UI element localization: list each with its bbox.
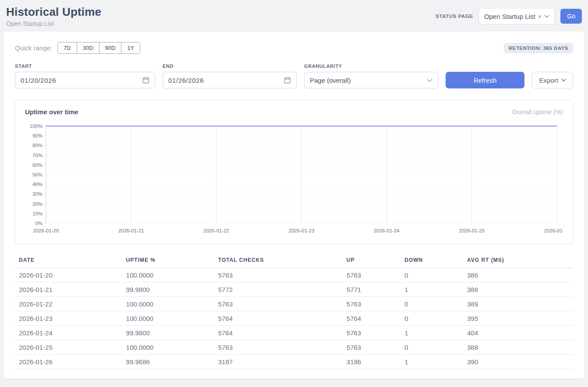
uptime-table: DATE UPTIME % TOTAL CHECKS UP DOWN AVG R… xyxy=(15,254,573,369)
table-cell: 5763 xyxy=(214,297,343,311)
table-cell: 100.0000 xyxy=(122,268,214,282)
go-button[interactable]: Go xyxy=(560,9,582,24)
export-button[interactable]: Export xyxy=(532,72,573,88)
table-row: 2026-01-2199.9800577257711388 xyxy=(15,282,573,297)
table-cell: 0 xyxy=(400,297,463,311)
table-cell: 388 xyxy=(463,282,573,297)
page-title: Historical Uptime xyxy=(6,5,101,19)
quick-range-row: Quick range: 7D 30D 90D 1Y RETENTION: 36… xyxy=(15,42,573,54)
granularity-select[interactable]: Page (overall) xyxy=(304,72,438,88)
table-cell: 100.0000 xyxy=(122,340,214,355)
table-cell: 5763 xyxy=(214,268,343,282)
table-row: 2026-01-23100.0000576457640395 xyxy=(15,311,573,326)
table-cell: 0 xyxy=(400,311,463,326)
retention-badge: RETENTION: 365 DAYS xyxy=(504,43,573,53)
table-cell: 0 xyxy=(400,268,463,282)
col-date: DATE xyxy=(15,254,122,268)
chart-title: Uptime over time xyxy=(25,108,78,116)
table-cell: 386 xyxy=(463,268,573,282)
start-date-value: 01/20/2026 xyxy=(21,77,56,84)
svg-text:2026-01-24: 2026-01-24 xyxy=(374,228,400,233)
table-cell: 5763 xyxy=(343,268,400,282)
svg-text:90%: 90% xyxy=(32,133,43,138)
refresh-button[interactable]: Refresh xyxy=(446,72,524,88)
table-cell: 2026-01-24 xyxy=(15,326,122,340)
table-row: 2026-01-2499.9800576457631404 xyxy=(15,326,573,340)
clear-icon[interactable]: × xyxy=(538,13,542,20)
quick-range-group: Quick range: 7D 30D 90D 1Y xyxy=(15,42,140,54)
calendar-icon[interactable] xyxy=(142,77,149,84)
table-cell: 99.9800 xyxy=(122,326,214,340)
chevron-down-icon xyxy=(427,78,432,82)
svg-text:0%: 0% xyxy=(35,221,43,226)
table-cell: 5763 xyxy=(214,340,343,355)
top-header: Historical Uptime Open Startup List STAT… xyxy=(4,4,584,32)
status-page-label: STATUS PAGE xyxy=(436,14,473,19)
status-page-selected-value: Open Startup List xyxy=(484,13,535,20)
table-row: 2026-01-22100.0000576357630389 xyxy=(15,297,573,311)
uptime-chart-card: Uptime over time Overall uptime (%) 0%10… xyxy=(15,100,573,244)
table-cell: 388 xyxy=(463,340,573,355)
chevron-down-icon xyxy=(561,78,566,82)
table-cell: 0 xyxy=(400,340,463,355)
table-cell: 100.0000 xyxy=(122,311,214,326)
svg-text:60%: 60% xyxy=(32,162,43,168)
table-cell: 2026-01-23 xyxy=(15,311,122,326)
table-cell: 2026-01-22 xyxy=(15,297,122,311)
quick-range-label: Quick range: xyxy=(15,44,52,52)
table-cell: 5763 xyxy=(343,297,400,311)
table-cell: 5764 xyxy=(343,311,400,326)
svg-text:2026-01-25: 2026-01-25 xyxy=(459,228,485,233)
svg-text:2026-01-20: 2026-01-20 xyxy=(33,228,59,233)
table-cell: 1 xyxy=(400,282,463,297)
svg-text:2026-01-22: 2026-01-22 xyxy=(203,228,229,233)
svg-text:2026-01-21: 2026-01-21 xyxy=(118,228,144,233)
start-date-input[interactable]: 01/20/2026 xyxy=(15,72,155,88)
status-page-select[interactable]: Open Startup List × xyxy=(478,8,556,25)
table-cell: 389 xyxy=(463,297,573,311)
table-cell: 395 xyxy=(463,311,573,326)
col-total-checks: TOTAL CHECKS xyxy=(214,254,343,268)
start-label: START xyxy=(15,63,155,69)
table-cell: 2026-01-20 xyxy=(15,268,122,282)
svg-text:2026-01-23: 2026-01-23 xyxy=(289,228,315,233)
svg-text:80%: 80% xyxy=(32,143,43,148)
svg-text:100%: 100% xyxy=(30,123,43,129)
page-subtitle: Open Startup List xyxy=(6,20,101,27)
end-label: END xyxy=(163,63,297,69)
calendar-icon[interactable] xyxy=(284,77,291,84)
table-cell: 390 xyxy=(463,355,573,369)
table-row: 2026-01-20100.0000576357630386 xyxy=(15,268,573,282)
table-cell: 3186 xyxy=(343,355,400,369)
granularity-value: Page (overall) xyxy=(310,77,351,84)
quick-range-90d[interactable]: 90D xyxy=(99,42,121,54)
main-card: Quick range: 7D 30D 90D 1Y RETENTION: 36… xyxy=(4,32,584,379)
col-avg-rt: AVG RT (MS) xyxy=(463,254,573,268)
start-date-field: START 01/20/2026 xyxy=(15,63,155,88)
uptime-chart: 0%10%20%30%40%50%60%70%80%90%100%2026-01… xyxy=(25,122,563,236)
table-cell: 1 xyxy=(400,326,463,340)
table-cell: 404 xyxy=(463,326,573,340)
end-date-field: END 01/26/2026 xyxy=(163,63,297,88)
quick-range-1y[interactable]: 1Y xyxy=(121,42,140,54)
export-label: Export xyxy=(539,77,558,84)
table-cell: 5764 xyxy=(214,311,343,326)
table-header-row: DATE UPTIME % TOTAL CHECKS UP DOWN AVG R… xyxy=(15,254,573,268)
svg-text:2026-01-26: 2026-01-26 xyxy=(544,228,563,233)
svg-text:70%: 70% xyxy=(32,153,43,158)
quick-range-30d[interactable]: 30D xyxy=(77,42,99,54)
col-up: UP xyxy=(343,254,400,268)
table-cell: 5763 xyxy=(343,326,400,340)
svg-text:30%: 30% xyxy=(32,191,43,197)
chart-area: 0%10%20%30%40%50%60%70%80%90%100%2026-01… xyxy=(25,122,563,238)
filter-row: START 01/20/2026 END 01/26/2026 xyxy=(15,63,573,88)
end-date-input[interactable]: 01/26/2026 xyxy=(163,72,297,88)
chart-header: Uptime over time Overall uptime (%) xyxy=(25,108,563,116)
quick-range-7d[interactable]: 7D xyxy=(57,42,77,54)
table-cell: 2026-01-26 xyxy=(15,355,122,369)
chevron-down-icon xyxy=(544,14,549,18)
table-cell: 99.9686 xyxy=(122,355,214,369)
table-cell: 5763 xyxy=(343,340,400,355)
table-cell: 99.9800 xyxy=(122,282,214,297)
table-cell: 1 xyxy=(400,355,463,369)
